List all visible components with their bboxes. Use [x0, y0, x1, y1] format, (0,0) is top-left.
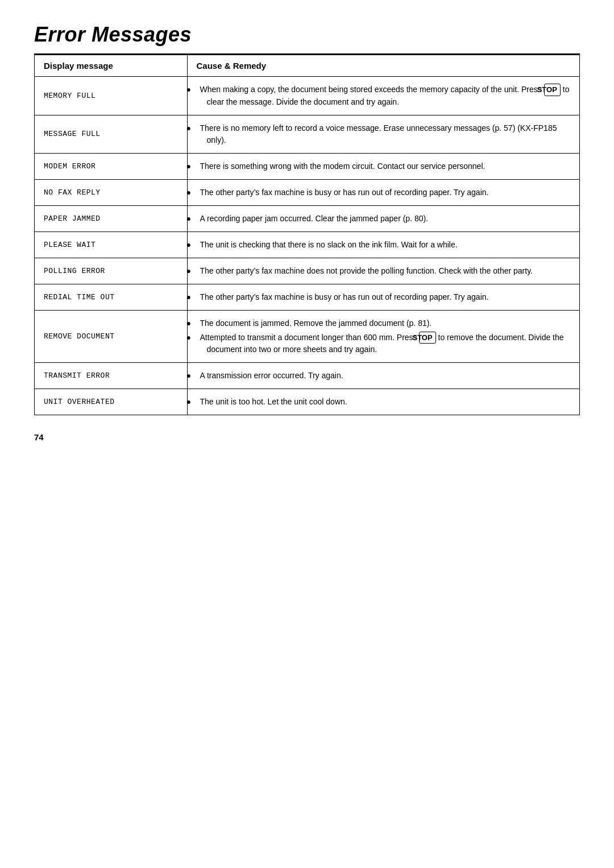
display-message-cell: TRANSMIT ERROR	[35, 363, 188, 389]
display-message-cell: PLEASE WAIT	[35, 232, 188, 258]
cause-remedy-cell: ●The other party’s fax machine is busy o…	[187, 179, 579, 205]
display-message-cell: UNIT OVERHEATED	[35, 389, 188, 415]
display-message-cell: MODEM ERROR	[35, 153, 188, 179]
table-row: PLEASE WAIT●The unit is checking that th…	[35, 232, 580, 258]
page-title: Error Messages	[34, 23, 580, 47]
cause-item: ●A recording paper jam occurred. Clear t…	[197, 212, 570, 226]
col-display-message: Display message	[35, 55, 188, 77]
cause-item: ●Attempted to transmit a document longer…	[197, 330, 570, 357]
stop-key-label: STOP	[419, 332, 435, 344]
table-row: PAPER JAMMED●A recording paper jam occur…	[35, 205, 580, 232]
cause-remedy-cell: ●There is no memory left to record a voi…	[187, 115, 579, 153]
cause-remedy-cell: ●When making a copy, the document being …	[187, 77, 579, 115]
cause-remedy-cell: ●The other party’s fax machine is busy o…	[187, 284, 579, 310]
cause-remedy-cell: ●The unit is checking that there is no s…	[187, 232, 579, 258]
cause-item: ●The document is jammed. Remove the jamm…	[197, 316, 570, 330]
display-message-cell: NO FAX REPLY	[35, 179, 188, 205]
table-row: UNIT OVERHEATED●The unit is too hot. Let…	[35, 389, 580, 415]
cause-item: ●A transmission error occurred. Try agai…	[197, 369, 570, 383]
display-message-cell: MEMORY FULL	[35, 77, 188, 115]
cause-item: ●There is something wrong with the modem…	[197, 159, 570, 173]
page-number: 74	[34, 432, 580, 442]
cause-item: ●The unit is too hot. Let the unit cool …	[197, 395, 570, 409]
table-row: MESSAGE FULL●There is no memory left to …	[35, 115, 580, 153]
cause-item: ●There is no memory left to record a voi…	[197, 121, 570, 147]
table-row: POLLING ERROR●The other party’s fax mach…	[35, 258, 580, 284]
table-row: MEMORY FULL●When making a copy, the docu…	[35, 77, 580, 115]
cause-remedy-cell: ●The unit is too hot. Let the unit cool …	[187, 389, 579, 415]
table-row: TRANSMIT ERROR●A transmission error occu…	[35, 363, 580, 389]
display-message-cell: POLLING ERROR	[35, 258, 188, 284]
display-message-cell: MESSAGE FULL	[35, 115, 188, 153]
table-row: REDIAL TIME OUT●The other party’s fax ma…	[35, 284, 580, 310]
stop-key-label: STOP	[544, 84, 561, 96]
cause-item: ●The other party’s fax machine is busy o…	[197, 290, 570, 304]
cause-item: ●The unit is checking that there is no s…	[197, 238, 570, 252]
cause-remedy-cell: ●A recording paper jam occurred. Clear t…	[187, 205, 579, 232]
table-row: MODEM ERROR●There is something wrong wit…	[35, 153, 580, 179]
cause-item: ●The other party’s fax machine is busy o…	[197, 185, 570, 200]
cause-remedy-cell: ●The document is jammed. Remove the jamm…	[187, 310, 579, 363]
cause-remedy-cell: ●The other party’s fax machine does not …	[187, 258, 579, 284]
table-row: REMOVE DOCUMENT●The document is jammed. …	[35, 310, 580, 363]
error-messages-table: Display message Cause & Remedy MEMORY FU…	[34, 55, 580, 415]
col-cause-remedy: Cause & Remedy	[187, 55, 579, 77]
cause-remedy-cell: ●A transmission error occurred. Try agai…	[187, 363, 579, 389]
table-row: NO FAX REPLY●The other party’s fax machi…	[35, 179, 580, 205]
cause-item: ●When making a copy, the document being …	[197, 82, 570, 109]
cause-remedy-cell: ●There is something wrong with the modem…	[187, 153, 579, 179]
display-message-cell: REDIAL TIME OUT	[35, 284, 188, 310]
display-message-cell: REMOVE DOCUMENT	[35, 310, 188, 363]
display-message-cell: PAPER JAMMED	[35, 205, 188, 232]
cause-item: ●The other party’s fax machine does not …	[197, 264, 570, 278]
